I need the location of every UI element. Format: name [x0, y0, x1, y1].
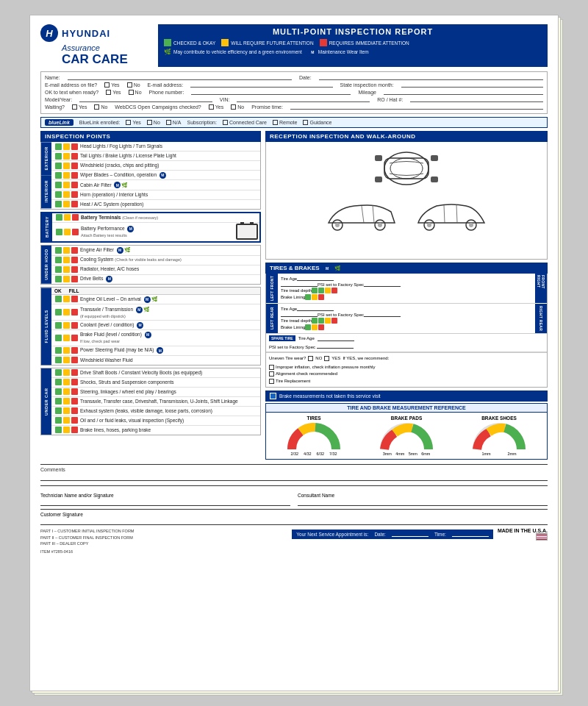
email-no-checkbox[interactable]	[127, 82, 132, 88]
front-brake-lining: Brake Lining	[281, 294, 532, 300]
svg-point-16	[469, 223, 473, 227]
bl-yes-checkbox[interactable]	[126, 120, 131, 125]
customer-sig-line[interactable]	[40, 518, 548, 525]
tires-gauge-labels: 2/32 4/32 6/32 7/32	[288, 452, 340, 456]
email-file-label: E-mail address on file?	[45, 82, 97, 88]
insp-wiper-blades: Wiper Blades – Condition, operation M	[51, 171, 260, 180]
mileage-label: Mileage	[358, 90, 376, 95]
under-car-section: UNDER CAR Drive Shaft Boots / Constant V…	[40, 368, 261, 435]
car-top-view-svg	[359, 145, 454, 193]
bl-no-checkbox[interactable]	[147, 120, 152, 125]
ok-no-checkbox[interactable]	[129, 90, 134, 95]
vin-field[interactable]	[237, 96, 370, 102]
comments-line[interactable]	[40, 474, 548, 481]
date-field[interactable]	[319, 74, 543, 80]
battery-terminal-left	[240, 222, 244, 225]
insp-transaxle: Transaxle / Transmission M🌿(if equipped …	[51, 304, 260, 321]
car-left-side-svg	[321, 197, 402, 234]
ok-yes-checkbox[interactable]	[106, 90, 111, 95]
email-no-group: No	[127, 82, 140, 88]
appt-time-field[interactable]	[452, 532, 489, 537]
ro-hat-field[interactable]	[410, 96, 543, 102]
email-field[interactable]	[190, 82, 332, 88]
uneven-no-checkbox[interactable]	[308, 356, 313, 361]
insp-drive-belts: Drive Belts M	[51, 275, 260, 284]
insp-cabin-air: Cabin Air Filter M🌿	[51, 180, 260, 190]
bluelink-logo: blueLink	[45, 119, 74, 126]
webdcs-label: WebDCS Open Campaigns checked?	[115, 104, 201, 110]
webdcs-yes-checkbox[interactable]	[209, 104, 214, 110]
insp-exhaust: Exhaust system (leaks, visible damage, l…	[51, 407, 260, 416]
red-box-icon	[320, 39, 327, 46]
footer-left: PART I – CUSTOMER INITIAL INSPECTION FOR…	[40, 528, 134, 555]
ok-text-label: OK to text when ready?	[45, 90, 98, 95]
right-column: RECEPTION INSPECTION AND WALK-AROUND	[265, 131, 548, 460]
fluid-levels-label: FLUID LEVELS	[41, 288, 51, 365]
phone-field[interactable]	[191, 89, 351, 95]
insp-heat-ac: Heat / A/C System (operation)	[51, 200, 260, 209]
svg-point-14	[427, 223, 431, 227]
left-tire-labels: LEFT FRONT LEFT REAR	[266, 274, 278, 333]
brake-pads-gauge: 3mm 4mm 5mm 6mm	[362, 423, 451, 456]
bl-na-checkbox[interactable]	[166, 120, 171, 125]
front-psi: PSI set to Factory Spec	[281, 282, 532, 287]
rear-tread: Tire tread depth	[281, 318, 532, 324]
fluid-levels-section: FLUID LEVELS OK FILL Engine Oil Level – …	[40, 287, 261, 366]
under-hood-label: UNDER HOOD	[41, 246, 51, 284]
bl-connected-checkbox[interactable]	[223, 120, 228, 125]
legend-requires-immediate: REQUIRES IMMEDIATE ATTENTION	[320, 39, 409, 46]
insp-shocks: Shocks, Struts and Suspension components	[51, 378, 260, 388]
tire-replace-checkbox[interactable]	[269, 379, 274, 384]
ro-hat-label: RO / Hat #:	[377, 97, 403, 102]
svg-rect-5	[375, 176, 382, 182]
insp-engine-oil: Engine Oil Level – On arrival M🌿	[51, 295, 260, 305]
alignment-checkbox[interactable]	[269, 371, 274, 377]
legend-will-require: WILL REQUIRE FUTURE ATTENTION	[221, 39, 313, 46]
mileage-field[interactable]	[384, 89, 543, 95]
report-title: MULTI-POINT INSPECTION REPORT	[164, 27, 542, 36]
bl-guidance-checkbox[interactable]	[303, 120, 308, 125]
consultant-sig-line[interactable]	[298, 499, 548, 506]
model-year-field[interactable]	[79, 96, 212, 102]
insp-cooling: Cooling System (Check for visible leaks …	[51, 256, 260, 265]
legend-checked: CHECKED & OKAY	[164, 39, 215, 46]
green-box-icon	[164, 39, 171, 46]
brake-ref-section: TIRE AND BRAKE MEASUREMENT REFERENCE TIR…	[265, 403, 548, 460]
webdcs-no-checkbox[interactable]	[231, 104, 236, 110]
legend-leaf: 🌿 May contribute to vehicle efficiency a…	[164, 49, 302, 55]
appt-date-field[interactable]	[392, 532, 429, 537]
bl-remote-checkbox[interactable]	[273, 120, 278, 125]
email-addr-label: E-mail address:	[148, 82, 184, 88]
battery-label: BATTERY	[42, 213, 52, 241]
exterior-label: EXTERIOR	[41, 142, 51, 175]
model-year-label: Model/Year:	[45, 97, 72, 102]
insp-battery-terminals: Battery Terminals (Clean if necessary)	[52, 213, 259, 223]
under-car-label: UNDER CAR	[41, 368, 51, 435]
legend-mw: M Maintenance Wear Item	[308, 49, 369, 55]
hyundai-h-icon: H	[40, 24, 58, 42]
report-header: MULTI-POINT INSPECTION REPORT CHECKED & …	[158, 24, 548, 67]
maintenance-wear-icon: M	[309, 49, 316, 55]
tire-data-center: Tire Age PSI set to Factory Spec	[278, 274, 535, 333]
name-field[interactable]	[68, 74, 292, 80]
interior-label: INTERIOR	[41, 175, 51, 208]
improper-infl-checkbox[interactable]	[269, 365, 274, 370]
waiting-yes-checkbox[interactable]	[72, 104, 77, 110]
insp-brake-lines: Brake lines, hoses, parking brake	[51, 426, 260, 435]
promise-field[interactable]	[290, 104, 543, 110]
customer-sig-field: Customer Signature	[40, 512, 548, 525]
brake-notice-checkbox[interactable]	[270, 393, 276, 399]
tires-gauge-svg	[287, 423, 340, 451]
waiting-no-checkbox[interactable]	[94, 104, 99, 110]
logo-area: H HYUNDAI Assurance CAR CARE	[40, 24, 158, 67]
insp-oil-leaks: Oil and / or fluid leaks, visual inspect…	[51, 416, 260, 426]
promise-label: Promise time:	[251, 104, 283, 110]
insp-brake-fluid: Brake Fluid (level / condition) MIf low,…	[51, 330, 260, 346]
tech-sig-line[interactable]	[40, 499, 290, 506]
email-yes-checkbox[interactable]	[104, 82, 110, 88]
svg-line-17	[444, 205, 445, 223]
uneven-yes-checkbox[interactable]	[324, 356, 329, 361]
state-insp-field[interactable]	[401, 82, 543, 88]
right-tire-labels: RIGHT FRONT RIGHT REAR	[535, 274, 547, 333]
front-tread: Tire tread depth	[281, 288, 532, 293]
